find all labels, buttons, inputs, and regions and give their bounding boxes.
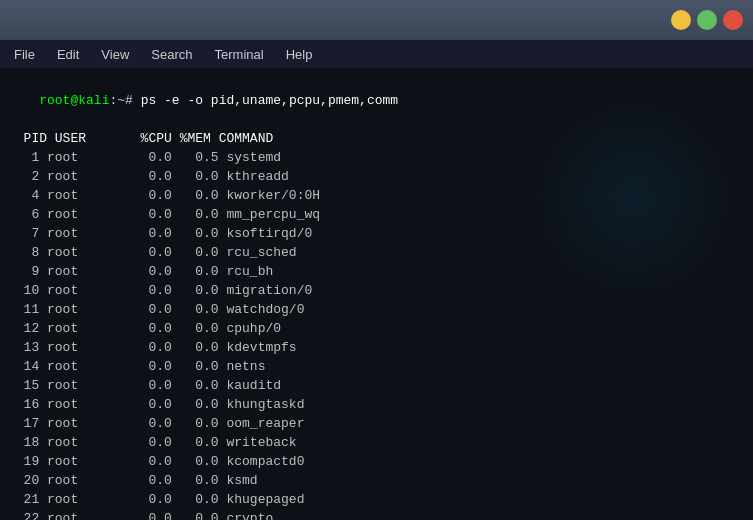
menubar: File Edit View Search Terminal Help [0,40,753,68]
table-row: 16 root 0.0 0.0 khungtaskd [8,395,745,414]
table-row: 1 root 0.0 0.5 systemd [8,148,745,167]
menu-help[interactable]: Help [276,45,323,64]
terminal-command: ps -e -o pid,uname,pcpu,pmem,comm [141,93,398,108]
table-row: 20 root 0.0 0.0 ksmd [8,471,745,490]
table-row: 17 root 0.0 0.0 oom_reaper [8,414,745,433]
table-row: 10 root 0.0 0.0 migration/0 [8,281,745,300]
menu-search[interactable]: Search [141,45,202,64]
table-row: 19 root 0.0 0.0 kcompactd0 [8,452,745,471]
menu-file[interactable]: File [4,45,45,64]
terminal-prompt: root@kali [39,93,109,108]
menu-view[interactable]: View [91,45,139,64]
titlebar [0,0,753,40]
ps-header: PID USER %CPU %MEM COMMAND [8,129,745,148]
terminal-area[interactable]: root@kali:~# ps -e -o pid,uname,pcpu,pme… [0,68,753,520]
table-row: 13 root 0.0 0.0 kdevtmpfs [8,338,745,357]
table-row: 2 root 0.0 0.0 kthreadd [8,167,745,186]
window-controls [671,10,743,30]
table-row: 8 root 0.0 0.0 rcu_sched [8,243,745,262]
table-row: 12 root 0.0 0.0 cpuhp/0 [8,319,745,338]
table-row: 14 root 0.0 0.0 netns [8,357,745,376]
menu-edit[interactable]: Edit [47,45,89,64]
table-row: 9 root 0.0 0.0 rcu_bh [8,262,745,281]
table-row: 15 root 0.0 0.0 kauditd [8,376,745,395]
process-list: 1 root 0.0 0.5 systemd 2 root 0.0 0.0 kt… [8,148,745,520]
table-row: 7 root 0.0 0.0 ksoftirqd/0 [8,224,745,243]
table-row: 18 root 0.0 0.0 writeback [8,433,745,452]
menu-terminal[interactable]: Terminal [205,45,274,64]
table-row: 11 root 0.0 0.0 watchdog/0 [8,300,745,319]
prompt-line: root@kali:~# ps -e -o pid,uname,pcpu,pme… [8,72,745,129]
maximize-button[interactable] [697,10,717,30]
table-row: 22 root 0.0 0.0 crypto [8,509,745,520]
close-button[interactable] [723,10,743,30]
table-row: 21 root 0.0 0.0 khugepaged [8,490,745,509]
minimize-button[interactable] [671,10,691,30]
table-row: 6 root 0.0 0.0 mm_percpu_wq [8,205,745,224]
table-row: 4 root 0.0 0.0 kworker/0:0H [8,186,745,205]
